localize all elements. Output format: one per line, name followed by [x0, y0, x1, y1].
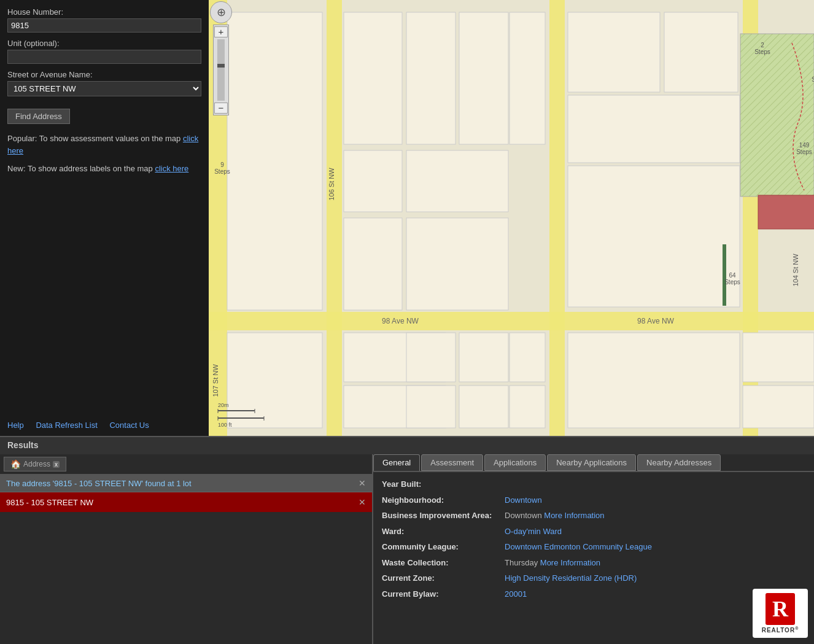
- contact-us-link[interactable]: Contact Us: [109, 421, 149, 430]
- svg-rect-34: [743, 333, 814, 382]
- svg-rect-30: [459, 386, 508, 428]
- svg-rect-10: [406, 12, 455, 144]
- map-area[interactable]: 106 St NW 107 St NW 104 St NW 98 Ave NW …: [209, 0, 814, 436]
- svg-rect-13: [406, 150, 508, 212]
- street-label: Street or Avenue Name:: [7, 70, 201, 79]
- results-tabs: 🏠 Address x: [0, 454, 372, 475]
- svg-text:Steps: Steps: [796, 149, 812, 155]
- ward-link[interactable]: O-day'min Ward: [505, 527, 562, 536]
- tab-applications[interactable]: Applications: [484, 454, 546, 471]
- sidebar-footer: Help Data Refresh List Contact Us: [0, 414, 209, 436]
- waste-more-link[interactable]: More Information: [540, 558, 600, 567]
- unit-label: Unit (optional):: [7, 39, 201, 48]
- new-info: New: To show address labels on the map c…: [7, 163, 201, 175]
- info-row-bylaw: Current Bylaw: 20001: [382, 588, 805, 600]
- svg-rect-31: [510, 333, 545, 382]
- address-row-close[interactable]: ✕: [359, 497, 366, 507]
- zoom-slider[interactable]: [217, 39, 225, 101]
- zoom-out-button[interactable]: −: [214, 103, 228, 114]
- data-refresh-link[interactable]: Data Refresh List: [36, 421, 97, 430]
- street-select[interactable]: 105 STREET NW: [7, 81, 201, 96]
- svg-rect-33: [568, 333, 740, 428]
- bia-more-link[interactable]: More Information: [544, 511, 604, 520]
- tab-nearby-addresses[interactable]: Nearby Addresses: [637, 454, 721, 471]
- realtor-text: REALTOR®: [762, 626, 799, 634]
- svg-rect-32: [510, 386, 545, 428]
- svg-text:Steps: Steps: [724, 279, 740, 285]
- find-address-button[interactable]: Find Address: [7, 109, 70, 124]
- address-found-link[interactable]: The address '9815 - 105 STREET NW' found…: [6, 479, 192, 488]
- svg-rect-36: [723, 244, 726, 306]
- svg-text:Steps: Steps: [754, 48, 770, 55]
- svg-text:100 ft: 100 ft: [218, 422, 232, 428]
- svg-text:Steps: Steps: [812, 76, 814, 83]
- svg-rect-17: [568, 95, 740, 163]
- svg-rect-27: [406, 333, 455, 382]
- info-panel: General Assessment Applications Nearby A…: [373, 454, 814, 644]
- svg-rect-4: [549, 0, 565, 436]
- svg-rect-14: [406, 218, 508, 310]
- address-tab[interactable]: 🏠 Address x: [4, 457, 66, 471]
- map-svg: 106 St NW 107 St NW 104 St NW 98 Ave NW …: [209, 0, 814, 436]
- svg-rect-9: [344, 218, 402, 310]
- address-result-row[interactable]: 9815 - 105 STREET NW ✕: [0, 492, 372, 512]
- zone-link[interactable]: High Density Residential Zone (HDR): [505, 573, 637, 583]
- svg-rect-15: [568, 12, 660, 92]
- home-icon: 🏠: [10, 459, 21, 469]
- svg-rect-12: [510, 12, 545, 144]
- svg-rect-24: [227, 333, 322, 428]
- address-tab-label: Address: [23, 460, 50, 468]
- svg-rect-28: [406, 386, 455, 428]
- svg-rect-35: [743, 386, 814, 428]
- svg-rect-3: [327, 0, 342, 436]
- community-league-link[interactable]: Downtown Edmonton Community League: [505, 542, 652, 551]
- popular-info: Popular: To show assessment values on th…: [7, 133, 201, 157]
- tab-nearby-applications[interactable]: Nearby Applications: [547, 454, 636, 471]
- pan-control[interactable]: ⊕: [210, 1, 232, 23]
- sidebar: House Number: Unit (optional): Street or…: [0, 0, 209, 436]
- svg-rect-29: [459, 333, 508, 382]
- svg-rect-7: [344, 12, 402, 144]
- help-link[interactable]: Help: [7, 421, 24, 430]
- svg-text:106 St NW: 106 St NW: [328, 168, 335, 201]
- info-row-neighbourhood: Neighbourhood: Downtown: [382, 494, 805, 506]
- svg-rect-6: [227, 12, 322, 310]
- address-found-bar: The address '9815 - 105 STREET NW' found…: [0, 475, 372, 492]
- unit-input[interactable]: [7, 50, 201, 64]
- svg-rect-8: [344, 150, 402, 212]
- svg-text:20m: 20m: [218, 402, 229, 408]
- tab-assessment[interactable]: Assessment: [421, 454, 483, 471]
- svg-text:98 Ave NW: 98 Ave NW: [382, 317, 419, 325]
- bottom-panel: Results 🏠 Address x The address '9815 - …: [0, 436, 814, 644]
- tab-general[interactable]: General: [373, 454, 420, 471]
- info-row-waste: Waste Collection: Thursday More Informat…: [382, 557, 805, 569]
- address-found-close[interactable]: ✕: [359, 478, 366, 488]
- svg-rect-16: [664, 12, 738, 92]
- new-link[interactable]: click here: [155, 164, 188, 173]
- svg-rect-21: [740, 34, 814, 196]
- results-panel: 🏠 Address x The address '9815 - 105 STRE…: [0, 454, 373, 644]
- map-controls: ⊕ + −: [209, 0, 233, 115]
- house-number-input[interactable]: [7, 18, 201, 33]
- realtor-logo: R REALTOR®: [753, 589, 808, 638]
- info-row-ward: Ward: O-day'min Ward: [382, 526, 805, 538]
- bylaw-link[interactable]: 20001: [505, 589, 527, 599]
- svg-rect-11: [459, 12, 508, 144]
- zoom-in-button[interactable]: +: [214, 26, 228, 37]
- results-header: Results: [0, 437, 814, 454]
- realtor-r-symbol: R: [766, 593, 795, 625]
- svg-text:149: 149: [799, 142, 810, 149]
- svg-rect-18: [568, 166, 740, 307]
- svg-text:2: 2: [761, 42, 764, 48]
- svg-text:98 Ave NW: 98 Ave NW: [637, 317, 674, 325]
- svg-text:104 St NW: 104 St NW: [792, 254, 799, 287]
- address-tab-close[interactable]: x: [53, 461, 60, 468]
- svg-rect-23: [758, 195, 814, 229]
- info-row-community-league: Community League: Downtown Edmonton Comm…: [382, 541, 805, 553]
- info-row-zone: Current Zone: High Density Residential Z…: [382, 572, 805, 584]
- svg-rect-1: [209, 312, 814, 330]
- info-content: Year Built: Neighbourhood: Downtown Busi…: [373, 472, 814, 610]
- bottom-content: 🏠 Address x The address '9815 - 105 STRE…: [0, 454, 814, 644]
- svg-text:64: 64: [729, 272, 736, 279]
- neighbourhood-link[interactable]: Downtown: [505, 495, 542, 505]
